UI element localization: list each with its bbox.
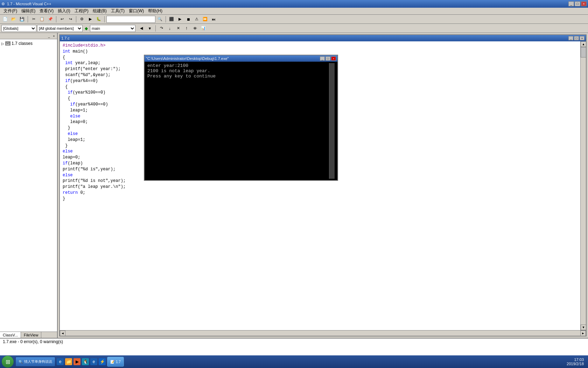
build-btn4[interactable]: ⚠: [193, 16, 201, 23]
separator1: [28, 16, 28, 22]
title-bar-controls: _ □ ×: [568, 1, 587, 6]
left-panel: _ × ▷ 🗂 1.7 classes ClassV... FileView: [0, 33, 58, 338]
taskbar-folder[interactable]: 📁: [65, 358, 72, 365]
menu-help[interactable]: 帮助(H): [146, 8, 164, 14]
toolbar2-btn2[interactable]: ▼: [146, 25, 154, 32]
build-btn2[interactable]: ▶: [176, 16, 184, 23]
main-select[interactable]: main: [90, 25, 135, 32]
search-button[interactable]: 🔍: [156, 16, 164, 23]
breakpoint[interactable]: !: [183, 25, 190, 32]
save-button[interactable]: 💾: [18, 16, 26, 23]
title-bar: ⚙ 1.7 - Microsoft Visual C++ _ □ ×: [0, 0, 588, 8]
menu-edit[interactable]: 编辑(E): [19, 8, 37, 14]
console-titlebar: "C:\Users\Administrator\Desktop\Debug\1.…: [145, 55, 337, 62]
search-icon-tb: 🔍: [19, 360, 23, 364]
separator3: [76, 16, 76, 22]
step-out[interactable]: ✕: [174, 25, 182, 32]
panel-close[interactable]: ×: [51, 34, 56, 39]
tree-folder-icon: 🗂: [5, 41, 10, 46]
scroll-right-btn[interactable]: ►: [580, 330, 586, 336]
menu-project[interactable]: 工程(P): [72, 8, 91, 14]
console-scrollbar[interactable]: [329, 63, 335, 179]
console-line-1: enter year:2100: [147, 63, 329, 68]
editor-titlebar-controls: _ □ ×: [568, 36, 584, 40]
cut-button[interactable]: ✂: [30, 16, 37, 23]
tab-fileview[interactable]: FileView: [21, 332, 41, 338]
tree-expand-icon: ▷: [1, 42, 4, 46]
taskbar-ie1[interactable]: e: [57, 358, 64, 365]
menu-insert[interactable]: 插入(I): [56, 8, 72, 14]
search-input[interactable]: [106, 16, 155, 23]
sep-tb2: [155, 25, 156, 32]
paste-button[interactable]: 📌: [47, 16, 54, 23]
console-close[interactable]: ×: [331, 56, 336, 61]
taskbar-tencent[interactable]: 🐧: [82, 358, 89, 365]
close-button[interactable]: ×: [581, 1, 587, 6]
taskbar-ie2[interactable]: e: [90, 358, 97, 365]
output-message: 1.7.exe - 0 error(s), 0 warning(s): [3, 339, 63, 344]
taskbar-xunlei[interactable]: ⚡: [99, 358, 106, 365]
clock-time: 17:03: [567, 357, 584, 362]
build-btn6[interactable]: ⏭: [210, 16, 217, 23]
separator4: [104, 16, 105, 22]
watch[interactable]: 👁: [191, 25, 199, 32]
editor-titlebar: 1.7.c _ □ ×: [60, 35, 586, 41]
left-panel-content: ▷ 🗂 1.7 classes: [0, 39, 57, 332]
console-maximize[interactable]: □: [326, 56, 330, 61]
build-btn5[interactable]: ⏩: [201, 16, 209, 23]
scroll-down-btn[interactable]: ▼: [581, 325, 586, 330]
menu-file[interactable]: 文件(F): [1, 8, 19, 14]
scroll-left-btn[interactable]: ◄: [60, 330, 65, 336]
step-over[interactable]: ↷: [158, 25, 165, 32]
editor-minimize[interactable]: _: [568, 36, 573, 40]
separator2: [56, 16, 56, 22]
scroll-up-btn[interactable]: ▲: [581, 41, 586, 47]
minimize-button[interactable]: _: [568, 1, 574, 6]
console-text: enter year:2100 2100 is nota leap year. …: [147, 63, 329, 179]
taskbar-vs[interactable]: 📝 1.7: [107, 357, 124, 367]
build-btn1[interactable]: ⬛: [168, 16, 175, 23]
editor-close[interactable]: ×: [580, 36, 584, 40]
separator5: [166, 16, 166, 22]
menu-tools[interactable]: 工具(T): [109, 8, 127, 14]
run-button[interactable]: ▶: [86, 16, 94, 23]
taskbar-player[interactable]: ▶: [74, 358, 80, 365]
globals-select[interactable]: [Globals]: [1, 25, 36, 32]
console-minimize[interactable]: _: [320, 56, 325, 61]
console-window: "C:\Users\Administrator\Desktop\Debug\1.…: [144, 55, 338, 181]
console-line-2: 2100 is nota leap year.: [147, 68, 329, 74]
taskbar-search[interactable]: 🔍 情人节单身狗说说: [15, 357, 55, 367]
open-button[interactable]: 📂: [10, 16, 18, 23]
toolbar2-btn1[interactable]: ◀: [138, 25, 145, 32]
undo-button[interactable]: ↩: [58, 16, 66, 23]
editor-scrollbar[interactable]: ▲ ▼: [580, 41, 586, 330]
redo-button[interactable]: ↪: [66, 16, 74, 23]
copy-button[interactable]: 📋: [38, 16, 46, 23]
maximize-button[interactable]: □: [575, 1, 580, 6]
menu-bar: 文件(F) 编辑(E) 查看(V) 插入(I) 工程(P) 组建(B) 工具(T…: [0, 8, 588, 15]
step-in[interactable]: ↓: [166, 25, 174, 32]
menu-build[interactable]: 组建(B): [91, 8, 109, 14]
start-button[interactable]: ⊞: [1, 355, 14, 368]
console-line-3: Press any key to continue: [147, 74, 329, 79]
kw-int-1: int: [63, 49, 70, 54]
main-area: _ × ▷ 🗂 1.7 classes ClassV... FileView 1…: [0, 33, 588, 338]
debug-button[interactable]: 🐛: [95, 16, 103, 23]
build-btn3[interactable]: ⏹: [184, 16, 192, 23]
taskbar-clock: 17:03 2019/2/18: [567, 357, 587, 366]
compile-button[interactable]: ⚙: [78, 16, 86, 23]
menu-view[interactable]: 查看(V): [37, 8, 56, 14]
toolbar2: [Globals] [All global members] ◆ main ◀ …: [0, 24, 588, 33]
members-select[interactable]: [All global members]: [37, 25, 83, 32]
tree-label: 1.7 classes: [12, 41, 33, 46]
new-button[interactable]: 📄: [1, 16, 9, 23]
editor-hscrollbar[interactable]: ◄ ►: [60, 330, 586, 336]
scroll-thumb[interactable]: [581, 47, 586, 57]
menu-window[interactable]: 窗口(W): [127, 8, 146, 14]
tree-root[interactable]: ▷ 🗂 1.7 classes: [1, 41, 56, 46]
console-content: enter year:2100 2100 is nota leap year. …: [145, 62, 337, 180]
editor-maximize[interactable]: □: [574, 36, 579, 40]
call-stack[interactable]: 📊: [200, 25, 207, 32]
panel-minimize[interactable]: _: [47, 34, 51, 39]
tab-classview[interactable]: ClassV...: [0, 332, 21, 338]
